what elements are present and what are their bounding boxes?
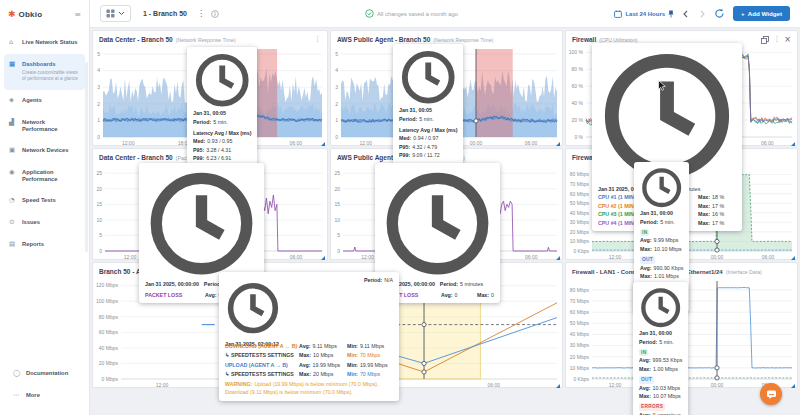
resize-handle[interactable]: [556, 142, 560, 146]
tooltip-value: 0.93 / 0.95: [207, 138, 232, 144]
tooltip-label: Avg:: [299, 362, 311, 368]
chart-area: 01234512:0018:0000:0006:00 Jan 31, 00:05…: [331, 46, 562, 147]
x-tick-label: 12:00: [609, 382, 622, 388]
y-tick-label: 20 Mbps: [570, 229, 590, 235]
tooltip-label: Avg:: [441, 292, 453, 298]
sidebar-item-label: Network Performance: [22, 119, 80, 133]
resize-handle[interactable]: [791, 384, 795, 388]
cursor-marker: [715, 248, 719, 252]
resize-handle[interactable]: [556, 384, 560, 388]
previous-period-button[interactable]: [682, 10, 690, 18]
sidebar-scrollbar[interactable]: [85, 62, 88, 252]
tooltip-label: Max:: [640, 273, 652, 279]
tooltip-label: P95:: [399, 144, 410, 150]
chat-launcher-button[interactable]: [760, 383, 782, 405]
tooltip-label: Max:: [698, 220, 710, 226]
tooltip-value: 0 errors/sec: [653, 412, 681, 415]
tooltip-value: 9.11 Mbps: [360, 343, 384, 349]
tooltip-time: Jan 31, 00:00: [640, 210, 673, 216]
sidebar-item-more[interactable]: ⋯ More: [8, 385, 81, 407]
tooltip-label: Avg:: [205, 292, 217, 298]
clock-icon: [381, 167, 494, 280]
add-widget-button[interactable]: + Add Widget: [733, 6, 790, 21]
y-tick-label: 80 Mbps: [99, 314, 119, 320]
out-line: [592, 288, 792, 369]
x-tick-label: 00:00: [711, 382, 724, 388]
tooltip-value: 10.03 Mbps: [653, 385, 681, 391]
restore-widget-icon[interactable]: [761, 36, 769, 44]
widget-header[interactable]: Data Center - Branch 50 (Network Respons…: [93, 31, 327, 46]
tooltip-value: N/A: [384, 277, 393, 283]
widget-menu-icon[interactable]: ⋮: [314, 36, 321, 43]
next-period-button[interactable]: [698, 10, 706, 18]
x-tick-label: 06:00: [761, 140, 774, 146]
tooltip-value: 5 min.: [659, 339, 673, 345]
sidebar-item-network-performance[interactable]: ▟ Network Performance: [4, 112, 85, 140]
y-tick-label: 3: [335, 84, 338, 90]
time-range-button[interactable]: Last 24 Hours: [614, 10, 674, 18]
widget-packet-loss-datacenter: Data Center - Branch 50 (Packet Loss) 05…: [92, 148, 328, 260]
tooltip-label: Min:: [347, 343, 358, 349]
y-tick-label: 5: [99, 232, 102, 238]
y-tick-label: 0 Kbps: [573, 248, 589, 254]
cursor-marker: [715, 366, 719, 370]
speed-warning: WARNING:Upload (19.99 Mbps) is below min…: [225, 381, 393, 396]
x-tick-label: 12:00: [156, 382, 169, 388]
y-tick-label: 25: [96, 170, 102, 176]
tooltip-value: 17 %: [712, 203, 724, 209]
speedtests-settings-link[interactable]: ↳ SPEEDTESTS SETTINGS: [225, 370, 295, 378]
info-icon[interactable]: [211, 10, 219, 18]
y-tick-label: 25: [334, 170, 340, 176]
sidebar-item-issues[interactable]: ⊙ Issues: [4, 212, 85, 234]
tooltip-value: 6.23 / 6.91: [206, 155, 231, 161]
widget-menu-icon[interactable]: ⋮: [773, 36, 780, 43]
tooltip-time: Jan 31, 00:05: [399, 107, 432, 113]
time-range-label: Last 24 Hours: [625, 11, 665, 17]
sidebar-collapse-icon[interactable]: ≡: [74, 10, 81, 19]
x-tick-label: 12:00: [361, 254, 374, 260]
sidebar-item-documentation[interactable]: ◯ Documentation: [8, 363, 81, 385]
speedtests-settings-link[interactable]: ↳ SPEEDTESTS SETTINGS: [225, 351, 295, 359]
chart-area: 01234512:0018:0000:0006:00 Jan 31, 00:05…: [93, 46, 327, 147]
y-tick-label: 15: [334, 201, 340, 207]
resize-handle[interactable]: [321, 142, 325, 146]
sidebar-item-reports[interactable]: ▤ Reports: [4, 234, 85, 256]
resize-handle[interactable]: [791, 256, 795, 260]
tooltip-label: Max:: [639, 393, 651, 399]
x-tick-label: 00:00: [470, 140, 483, 146]
download-series-label: DOWNLOAD (AGENT A ← B): [225, 342, 295, 350]
tooltip-value: 10 Mbps: [313, 352, 333, 358]
topbar: 1 - Branch 50 ⋮ All changes saved a mont…: [90, 0, 800, 28]
tooltip-value: 9.99 Mbps: [654, 237, 679, 243]
check-circle-icon: [365, 9, 374, 18]
sidebar-item-application-performance[interactable]: ◉ Application Performance: [4, 162, 85, 190]
resize-handle[interactable]: [321, 256, 325, 260]
network-devices-icon: ▣: [9, 147, 17, 155]
dashboard-menu-icon[interactable]: ⋮: [197, 9, 205, 18]
dashboard-layout-select[interactable]: [100, 5, 131, 22]
tooltip-value: 0.94 / 0.97: [413, 135, 438, 141]
tooltip-label: Med:: [193, 138, 205, 144]
sidebar-item-speed-tests[interactable]: ◔ Speed Tests: [4, 190, 85, 212]
y-tick-label: 20 Mbps: [99, 360, 119, 366]
y-tick-label: 30 Mbps: [570, 219, 590, 225]
tooltip-label: Min:: [347, 352, 358, 358]
y-tick-label: 50 Mbps: [570, 320, 590, 326]
sidebar-item-dashboards[interactable]: ▦ Dashboards Create customizable views o…: [4, 54, 85, 90]
x-tick-label: 06:00: [525, 140, 538, 146]
live-network-status-icon: ⌂: [9, 39, 17, 47]
y-tick-label: 80 %: [572, 66, 584, 72]
resize-handle[interactable]: [791, 142, 795, 146]
y-tick-label: 0: [99, 248, 102, 254]
out-series-label: OUT: [640, 256, 655, 264]
application-performance-icon: ◉: [9, 169, 17, 177]
y-tick-label: 2: [97, 101, 100, 107]
sidebar-item-agents[interactable]: ◈ Agents: [4, 90, 85, 112]
resize-handle[interactable]: [556, 256, 560, 260]
refresh-button[interactable]: [714, 8, 725, 19]
sidebar-item-live-network-status[interactable]: ⌂ Live Network Status: [4, 32, 85, 54]
close-widget-icon[interactable]: ×: [784, 36, 791, 44]
cursor-marker: [422, 370, 426, 374]
tooltip-value: 3.28 / 4.31: [206, 147, 231, 153]
sidebar-item-network-devices[interactable]: ▣ Network Devices: [4, 140, 85, 162]
